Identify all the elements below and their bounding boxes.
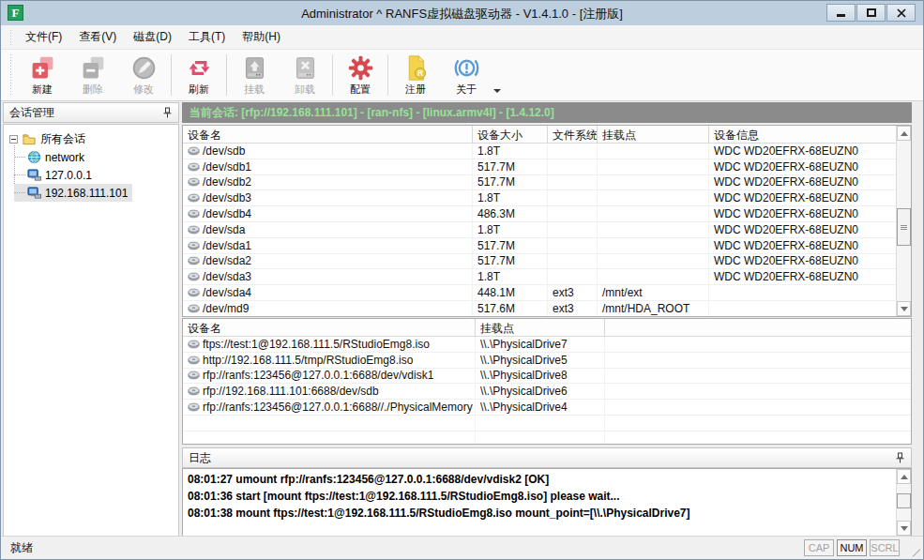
log-panel-header: 日志 — [182, 447, 912, 468]
toolbar-separator — [332, 54, 333, 96]
cell-value: WDC WD20EFRX-68EUZN0 — [714, 207, 858, 220]
cell-value: /dev/sda3 — [203, 270, 251, 283]
column-header-filesystem[interactable]: 文件系统 — [548, 126, 598, 143]
table-row[interactable]: http://192.168.111.5/tmp/RStudioEmg8.iso… — [183, 353, 911, 369]
table-row[interactable]: /dev/sdb1517.7MWDC WD20EFRX-68EUZN0 — [183, 159, 896, 175]
refresh-button[interactable]: 刷新 — [174, 50, 224, 100]
about-icon — [453, 54, 480, 82]
table-row[interactable]: ftps://test:1@192.168.111.5/RStudioEmg8.… — [183, 337, 911, 353]
table-row[interactable]: rfp://ranfs:123456@127.0.0.1:6688/dev/vd… — [183, 369, 911, 385]
computer-icon — [27, 168, 41, 182]
cell-value: /dev/sda1 — [203, 239, 251, 252]
column-header-device-name[interactable]: 设备名 — [183, 126, 473, 143]
cell-value: WDC WD20EFRX-68EUZN0 — [714, 223, 858, 236]
app-window: F Administrator ^ RANFS虚拟磁盘驱动器 - V1.4.1.… — [0, 0, 924, 560]
cell-value: 448.1M — [477, 286, 515, 299]
cell-value: 517.7M — [477, 160, 515, 174]
register-button[interactable]: R 注册 — [390, 50, 441, 100]
cell-value: rfp://192.168.111.101:6688/dev/sdb — [203, 385, 379, 398]
resize-grip[interactable] — [908, 545, 920, 557]
menu-disk[interactable]: 磁盘(D) — [125, 25, 180, 49]
cell-value: \\.\PhysicalDrive5 — [480, 354, 568, 367]
scroll-down-icon[interactable] — [897, 301, 911, 316]
column-header-device-size[interactable]: 设备大小 — [473, 126, 548, 143]
table-row[interactable]: /dev/sdb4486.3MWDC WD20EFRX-68EUZN0 — [183, 206, 896, 222]
log-line: 08:01:36 start [mount ftps://test:1@192.… — [188, 488, 891, 505]
minimize-button[interactable] — [826, 4, 856, 22]
scroll-up-icon[interactable] — [897, 469, 911, 484]
tree-item-label: 192.168.111.101 — [45, 187, 128, 200]
about-button[interactable]: 关于 — [441, 50, 492, 100]
scroll-down-icon[interactable] — [897, 521, 911, 536]
table-row[interactable]: /dev/sda4448.1Mext3/mnt/ext — [183, 285, 896, 301]
menu-file[interactable]: 文件(F) — [17, 25, 70, 49]
tree-item-label: network — [45, 151, 84, 164]
session-panel-header: 会话管理 — [3, 102, 179, 123]
table-row[interactable] — [183, 416, 911, 431]
session-panel-title: 会话管理 — [9, 105, 54, 121]
unmount-button[interactable]: 卸载 — [280, 50, 330, 100]
cell-value: WDC WD20EFRX-68EUZN0 — [714, 144, 858, 158]
menu-view[interactable]: 查看(V) — [70, 25, 125, 49]
maximize-button[interactable] — [856, 4, 886, 22]
toolbar-overflow-arrow[interactable] — [493, 89, 501, 93]
toolbar: 新建 删除 修改 — [1, 50, 923, 101]
session-tree: 所有会话 network127.0.0.1192.168.111.101 — [3, 124, 179, 537]
maximize-icon — [867, 8, 876, 17]
new-button[interactable]: 新建 — [17, 50, 68, 100]
column-header-empty[interactable] — [605, 319, 911, 336]
cell-value: \\.\PhysicalDrive8 — [480, 369, 568, 382]
pin-icon[interactable] — [162, 107, 173, 118]
status-text: 就绪 — [10, 540, 804, 556]
table-row[interactable]: /dev/sdb31.8TWDC WD20EFRX-68EUZN0 — [183, 190, 896, 206]
table-row[interactable]: rfp://ranfs:123456@127.0.0.1:6688//./Phy… — [183, 400, 911, 416]
table-row[interactable]: /dev/sda31.8TWDC WD20EFRX-68EUZN0 — [183, 269, 896, 285]
cell-value: 517.7M — [477, 239, 515, 252]
device-table-scrollbar[interactable] — [896, 126, 911, 316]
column-header-device-name[interactable]: 设备名 — [183, 319, 476, 336]
scroll-thumb[interactable] — [897, 208, 911, 246]
column-header-mount-point[interactable]: 挂载点 — [476, 319, 605, 336]
table-row[interactable]: /dev/md9517.6Mext3/mnt/HDA_ROOT — [183, 301, 896, 317]
table-row[interactable]: /dev/sda1517.7MWDC WD20EFRX-68EUZN0 — [183, 238, 896, 254]
pin-icon[interactable] — [895, 452, 905, 463]
column-header-mount-point[interactable]: 挂载点 — [598, 126, 709, 143]
mount-button[interactable]: 挂载 — [229, 50, 280, 100]
log-scrollbar[interactable] — [896, 469, 911, 536]
cell-value: WDC WD20EFRX-68EUZN0 — [714, 254, 858, 267]
mount-table-header: 设备名 挂载点 — [183, 319, 911, 337]
delete-button[interactable]: 删除 — [68, 50, 118, 100]
collapse-icon[interactable] — [9, 135, 18, 144]
menu-tools[interactable]: 工具(T) — [180, 25, 234, 49]
config-button[interactable]: 配置 — [335, 50, 386, 100]
num-lock-indicator: NUM — [837, 539, 867, 556]
scroll-up-icon[interactable] — [897, 126, 911, 141]
disk-icon — [188, 340, 200, 349]
tree-item-network[interactable]: network — [14, 148, 89, 166]
tree-item-127-0-0-1[interactable]: 127.0.0.1 — [14, 166, 97, 184]
cell-value: 517.7M — [477, 175, 515, 189]
disk-icon — [188, 304, 200, 313]
close-button[interactable] — [886, 4, 916, 22]
network-icon — [27, 150, 41, 164]
table-row[interactable]: /dev/sda1.8TWDC WD20EFRX-68EUZN0 — [183, 222, 896, 238]
table-row[interactable]: /dev/sda2517.7MWDC WD20EFRX-68EUZN0 — [183, 254, 896, 270]
tree-item-192-168-111-101[interactable]: 192.168.111.101 — [14, 184, 132, 202]
column-header-device-info[interactable]: 设备信息 — [709, 126, 896, 143]
scroll-thumb[interactable] — [897, 493, 911, 508]
disk-icon — [188, 177, 200, 187]
cell-value: /dev/md9 — [203, 302, 249, 315]
cell-value: \\.\PhysicalDrive4 — [480, 401, 568, 414]
table-row[interactable]: /dev/sdb2517.7MWDC WD20EFRX-68EUZN0 — [183, 175, 896, 191]
table-row[interactable] — [183, 431, 911, 445]
disk-icon — [188, 386, 200, 396]
table-row[interactable]: /dev/sdb1.8TWDC WD20EFRX-68EUZN0 — [183, 144, 896, 159]
cell-value: WDC WD20EFRX-68EUZN0 — [714, 160, 858, 174]
cell-value: WDC WD20EFRX-68EUZN0 — [714, 175, 858, 189]
table-row[interactable]: rfp://192.168.111.101:6688/dev/sdb\\.\Ph… — [183, 384, 911, 400]
disk-icon — [188, 241, 200, 250]
menu-help[interactable]: 帮助(H) — [234, 25, 289, 49]
status-bar: 就绪 CAP NUM SCRL — [1, 536, 923, 559]
tree-item-all-sessions[interactable]: 所有会话 — [8, 130, 174, 148]
modify-button[interactable]: 修改 — [118, 50, 169, 100]
